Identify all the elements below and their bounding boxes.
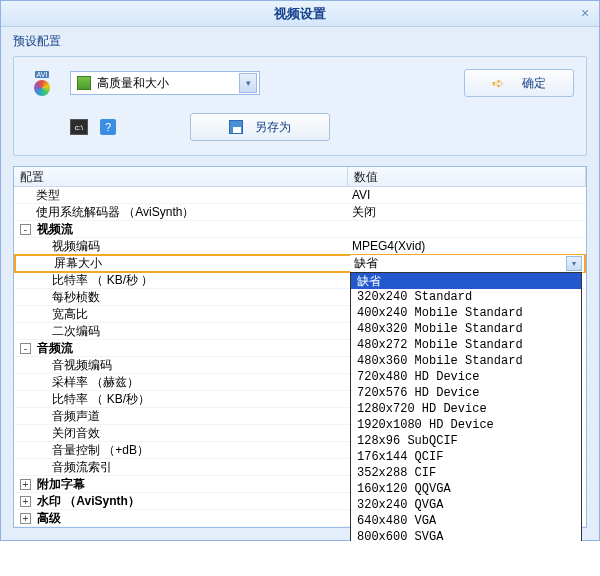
grid-cell-label: +附加字幕	[14, 476, 348, 493]
dropdown-item[interactable]: 720x576 HD Device	[351, 385, 581, 401]
avi-format-icon: AVI	[26, 67, 58, 99]
close-icon[interactable]: ×	[577, 6, 593, 22]
grid-cell-label: 宽高比	[14, 306, 348, 323]
grid-cell-label: 使用系统解码器 （AviSynth）	[14, 204, 348, 221]
preset-select[interactable]: 高质量和大小 ▾	[70, 71, 260, 95]
grid-cell-label: -音频流	[14, 340, 348, 357]
dropdown-item[interactable]: 160x120 QQVGA	[351, 481, 581, 497]
row-label: 视频流	[37, 221, 73, 238]
dropdown-item[interactable]: 1280x720 HD Device	[351, 401, 581, 417]
expand-icon[interactable]: +	[20, 479, 31, 490]
grid-row[interactable]: 类型AVI	[14, 187, 586, 204]
grid-cell-label: +水印 （AviSynth）	[14, 493, 348, 510]
disk-icon	[77, 76, 91, 90]
row-label: 高级	[37, 510, 61, 527]
dropdown-item[interactable]: 1920x1080 HD Device	[351, 417, 581, 433]
grid-cell-label: +高级	[14, 510, 348, 527]
grid-row[interactable]: 视频编码MPEG4(Xvid)	[14, 238, 586, 255]
row-label: 宽高比	[52, 306, 88, 323]
collapse-icon[interactable]: -	[20, 343, 31, 354]
row-label: 视频编码	[52, 238, 100, 255]
row-label: 类型	[36, 187, 60, 204]
preset-section-label: 预设配置	[1, 27, 599, 52]
dropdown-item[interactable]: 400x240 Mobile Standard	[351, 305, 581, 321]
row-label: 音视频编码	[52, 357, 112, 374]
preset-row: AVI 高质量和大小 ▾ ➪ 确定	[26, 67, 574, 99]
grid-row[interactable]: 使用系统解码器 （AviSynth）关闭	[14, 204, 586, 221]
cell-dropdown-icon[interactable]: ▾	[566, 256, 582, 271]
header-value: 数值	[348, 167, 586, 186]
collapse-icon[interactable]: -	[20, 224, 31, 235]
dropdown-item[interactable]: 176x144 QCIF	[351, 449, 581, 465]
row-label: 比特率 （ KB/秒）	[52, 391, 150, 408]
dropdown-item[interactable]: 720x480 HD Device	[351, 369, 581, 385]
console-icon[interactable]: c:\	[70, 119, 88, 135]
grid-cell-value: 关闭	[348, 204, 586, 221]
row-label: 关闭音效	[52, 425, 100, 442]
preset-panel: AVI 高质量和大小 ▾ ➪ 确定 c:\ ? 另存为	[13, 56, 587, 156]
expand-icon[interactable]: +	[20, 513, 31, 524]
grid-cell-label: 音视频编码	[14, 357, 348, 374]
grid-cell-label: 关闭音效	[14, 425, 348, 442]
dropdown-item[interactable]: 640x480 VGA	[351, 513, 581, 529]
row-label: 二次编码	[52, 323, 100, 340]
dropdown-item[interactable]: 352x288 CIF	[351, 465, 581, 481]
help-icon[interactable]: ?	[100, 119, 116, 135]
row-label: 采样率 （赫兹）	[52, 374, 139, 391]
grid-cell-value[interactable]: 缺省	[350, 255, 584, 272]
grid-cell-label: 每秒桢数	[14, 289, 348, 306]
saveas-button[interactable]: 另存为	[190, 113, 330, 141]
row-label: 水印 （AviSynth）	[37, 493, 140, 510]
grid-cell-label: -视频流	[14, 221, 348, 238]
dropdown-item[interactable]: 480x320 Mobile Standard	[351, 321, 581, 337]
grid-cell-value: MPEG4(Xvid)	[348, 239, 586, 253]
arrow-right-icon: ➪	[492, 75, 504, 91]
dropdown-item[interactable]: 800x600 SVGA	[351, 529, 581, 541]
grid-header: 配置 数值	[14, 167, 586, 187]
dropdown-item[interactable]: 128x96 SubQCIF	[351, 433, 581, 449]
row-label: 音频流索引	[52, 459, 112, 476]
grid-cell-label: 比特率 （ KB/秒）	[14, 391, 348, 408]
ok-button[interactable]: ➪ 确定	[464, 69, 574, 97]
row-label: 使用系统解码器 （AviSynth）	[36, 204, 194, 221]
grid-cell-label: 音频声道	[14, 408, 348, 425]
row-label: 音频声道	[52, 408, 100, 425]
grid-cell-label: 比特率 （ KB/秒 ）	[14, 272, 348, 289]
settings-grid: 配置 数值 类型AVI使用系统解码器 （AviSynth）关闭-视频流视频编码M…	[13, 166, 587, 528]
ok-button-label: 确定	[522, 75, 546, 92]
chevron-down-icon[interactable]: ▾	[239, 73, 257, 93]
row-label: 音频流	[37, 340, 73, 357]
row-label: 比特率 （ KB/秒 ）	[52, 272, 153, 289]
grid-cell-label: 采样率 （赫兹）	[14, 374, 348, 391]
grid-cell-label: 屏幕大小	[16, 255, 350, 272]
grid-cell-label: 音频流索引	[14, 459, 348, 476]
grid-row[interactable]: -视频流	[14, 221, 586, 238]
row-label: 音量控制 （+dB）	[52, 442, 149, 459]
expand-icon[interactable]: +	[20, 496, 31, 507]
dropdown-item[interactable]: 320x240 Standard	[351, 289, 581, 305]
dropdown-item[interactable]: 480x272 Mobile Standard	[351, 337, 581, 353]
preset-row2: c:\ ? 另存为	[26, 113, 574, 141]
saveas-button-label: 另存为	[255, 119, 291, 136]
grid-cell-value: AVI	[348, 188, 586, 202]
dropdown-item[interactable]: 320x240 QVGA	[351, 497, 581, 513]
video-settings-window: 视频设置 × 预设配置 AVI 高质量和大小 ▾ ➪ 确定 c:\ ? 另	[0, 0, 600, 541]
grid-cell-label: 类型	[14, 187, 348, 204]
header-config: 配置	[14, 167, 348, 186]
grid-cell-label: 视频编码	[14, 238, 348, 255]
titlebar: 视频设置 ×	[1, 1, 599, 27]
grid-row-selected[interactable]: 屏幕大小缺省▾	[14, 254, 586, 273]
floppy-icon	[229, 120, 243, 134]
preset-select-value: 高质量和大小	[97, 75, 239, 92]
row-label: 每秒桢数	[52, 289, 100, 306]
grid-cell-label: 音量控制 （+dB）	[14, 442, 348, 459]
dropdown-item[interactable]: 480x360 Mobile Standard	[351, 353, 581, 369]
row-label: 附加字幕	[37, 476, 85, 493]
row-label: 屏幕大小	[54, 255, 102, 272]
dropdown-item[interactable]: 缺省	[351, 273, 581, 289]
window-title: 视频设置	[274, 5, 326, 23]
grid-cell-label: 二次编码	[14, 323, 348, 340]
screensize-dropdown[interactable]: 缺省320x240 Standard400x240 Mobile Standar…	[350, 272, 582, 541]
